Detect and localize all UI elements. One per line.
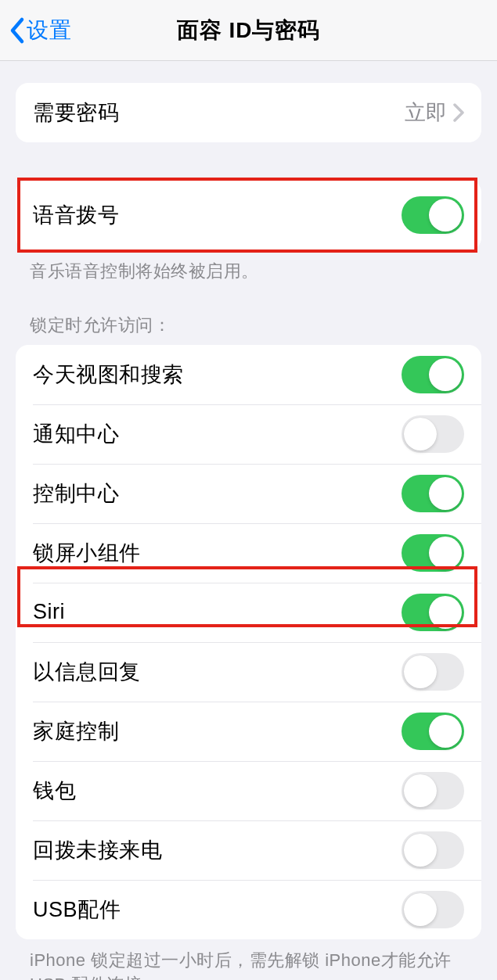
content: 需要密码 立即 语音拨号 音乐语音控制将始终被启用。 锁定时允许访问： 今天视图… [0,83,497,980]
toggle-knob [429,596,462,629]
lock-access-toggle[interactable] [402,772,464,809]
lock-access-toggle[interactable] [402,415,464,453]
toggle-knob [404,774,437,807]
toggle-knob [429,199,462,232]
voice-dial-label: 语音拨号 [33,201,119,229]
lock-access-toggle[interactable] [402,653,464,691]
toggle-knob [404,834,437,867]
lock-access-item-label: 锁屏小组件 [33,539,141,567]
passcode-required-group: 需要密码 立即 [16,83,481,142]
lock-access-row: 以信息回复 [16,642,481,702]
lock-access-row: 通知中心 [16,404,481,464]
lock-access-row: 今天视图和搜索 [16,345,481,404]
chevron-left-icon [8,16,25,45]
lock-access-item-label: 家庭控制 [33,717,119,745]
lock-access-item-label: 今天视图和搜索 [33,361,184,389]
toggle-knob [429,537,462,569]
lock-access-toggle[interactable] [402,594,464,631]
toggle-knob [404,418,437,451]
lock-access-group: 今天视图和搜索通知中心控制中心锁屏小组件Siri以信息回复家庭控制钱包回拨未接来… [16,345,481,939]
page-title: 面容 ID与密码 [0,16,497,45]
lock-access-toggle[interactable] [402,831,464,869]
toggle-knob [429,358,462,391]
toggle-knob [429,715,462,748]
lock-access-toggle[interactable] [402,475,464,512]
lock-access-toggle[interactable] [402,713,464,750]
lock-access-toggle[interactable] [402,356,464,393]
back-label: 设置 [27,16,72,45]
voice-dial-toggle[interactable] [402,196,464,234]
lock-access-item-label: 通知中心 [33,420,119,448]
passcode-required-label: 需要密码 [33,99,119,127]
lock-access-item-label: USB配件 [33,896,121,924]
lock-access-row: 家庭控制 [16,702,481,761]
toggle-knob [429,477,462,510]
voice-dial-group: 语音拨号 [16,180,481,250]
voice-dial-footer: 音乐语音控制将始终被启用。 [0,250,497,284]
lock-access-toggle[interactable] [402,534,464,572]
passcode-required-value: 立即 [405,99,464,127]
lock-access-footer: iPhone 锁定超过一小时后，需先解锁 iPhone才能允许USB 配件连接。 [0,939,497,980]
lock-access-row: USB配件 [16,880,481,939]
back-button[interactable]: 设置 [0,0,72,60]
lock-access-item-label: 以信息回复 [33,658,141,686]
navbar: 设置 面容 ID与密码 [0,0,497,61]
lock-access-toggle[interactable] [402,891,464,928]
lock-access-row: 钱包 [16,761,481,820]
lock-access-header: 锁定时允许访问： [0,284,497,345]
toggle-knob [404,655,437,688]
passcode-required-row[interactable]: 需要密码 立即 [16,83,481,142]
lock-access-row: 回拨未接来电 [16,820,481,880]
lock-access-item-label: Siri [33,600,65,624]
lock-access-item-label: 钱包 [33,777,76,805]
lock-access-row: 控制中心 [16,464,481,523]
lock-access-row: Siri [16,583,481,642]
lock-access-item-label: 控制中心 [33,479,119,508]
lock-access-row: 锁屏小组件 [16,523,481,583]
lock-access-item-label: 回拨未接来电 [33,836,162,864]
voice-dial-row: 语音拨号 [16,180,481,250]
chevron-right-icon [453,103,464,122]
toggle-knob [404,893,437,926]
